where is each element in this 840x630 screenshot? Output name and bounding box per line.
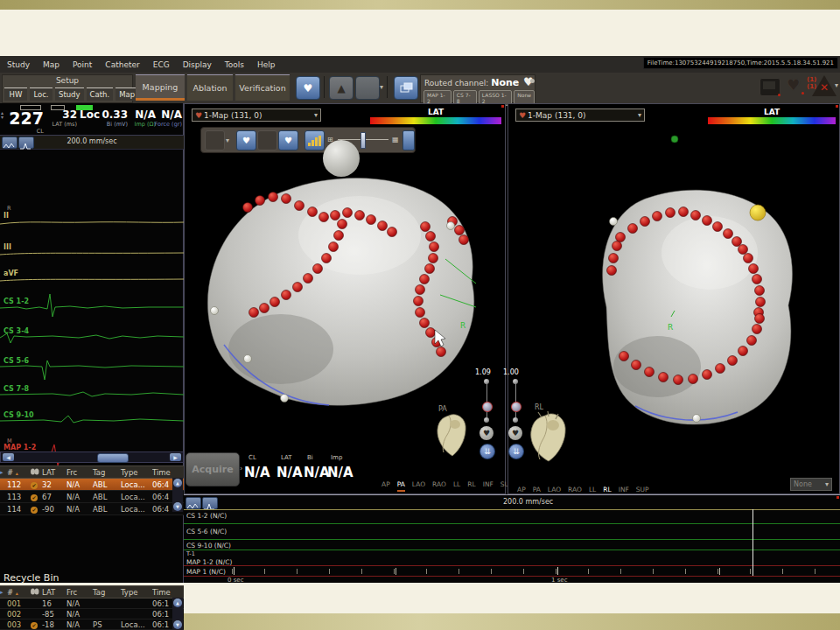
setup-study-button[interactable]: Study [55, 88, 84, 101]
map2-color-scale[interactable]: LAT [708, 108, 836, 124]
heart-status-icon[interactable]: ♥ [787, 76, 800, 94]
recycle-row[interactable]: 003 ✔ -18 N/A PS Loca... 06:1 [0, 620, 184, 630]
scroll-left-icon[interactable]: ◀ [3, 453, 14, 461]
orient-ll[interactable]: LL [453, 480, 460, 492]
menu-study[interactable]: Study [7, 60, 30, 69]
setup-hw-button[interactable]: HW [4, 88, 27, 101]
sweep-cursor-line [752, 509, 753, 576]
acquire-chevron-icon[interactable]: › [240, 465, 242, 472]
map-erase-button[interactable]: ♥ [236, 130, 256, 150]
stat-lat: 32 LAT (ms) [44, 108, 77, 135]
map2-selector-dropdown[interactable]: ♥ 1-Map (131, 0) ▾ [515, 108, 645, 122]
points-table-header[interactable]: ▸ # ▴ LAT Frc Tag Type Time [0, 466, 184, 479]
tab-verification[interactable]: Verification [235, 74, 290, 101]
tab-mapping[interactable]: Mapping [136, 74, 185, 101]
value-spinner[interactable]: ▴▾ [1, 110, 4, 119]
setup-loc-button[interactable]: Loc. [30, 88, 52, 101]
recycle-row[interactable]: 002 -85 N/A 06:1 [0, 609, 184, 620]
tool-chevron-icon[interactable]: ▾ [380, 83, 383, 91]
slider-handle[interactable] [360, 132, 366, 149]
tool-chevron-icon[interactable]: ▾ [226, 136, 229, 144]
signal-tool-button-1[interactable] [186, 497, 201, 509]
recycle-row[interactable]: 001 16 N/A 06:1 [0, 598, 184, 609]
check-badge-icon: ✔ [31, 622, 38, 629]
undo-button [257, 130, 277, 150]
chevron-down-icon: ▾ [825, 480, 829, 488]
yellow-tag-point[interactable] [750, 205, 766, 220]
orient-rl[interactable]: RL [467, 480, 475, 492]
orientation-heart-thumbnail[interactable] [524, 410, 570, 465]
respiration-icon [30, 467, 39, 475]
slide-top-band [0, 0, 840, 10]
recycle-scrollbar[interactable]: ▲ ▼ [172, 598, 183, 630]
reset-view-button[interactable]: ⇊ [480, 444, 495, 459]
menu-catheter[interactable]: Catheter [105, 60, 139, 69]
toolbar-separator [324, 76, 325, 98]
orient-lao[interactable]: LAO [412, 480, 425, 492]
reset-view-button[interactable]: ⇊ [508, 444, 524, 459]
scroll-down-icon[interactable]: ▼ [173, 620, 182, 629]
select-tool-button[interactable] [205, 130, 225, 150]
routed-display-button[interactable] [394, 76, 418, 100]
orient-ap[interactable]: AP [382, 480, 390, 492]
meas-label-imp: Imp [331, 454, 342, 461]
lat-gradient-bar[interactable] [708, 117, 836, 124]
connection-error-icon: ✕ [820, 81, 829, 94]
map1-color-scale[interactable]: LAT [370, 108, 501, 124]
signal-tool-button-2[interactable] [202, 497, 218, 509]
orient-pa[interactable]: PA [397, 480, 405, 492]
zoom-slider-top-dot [484, 379, 489, 384]
table-row[interactable]: 114 ✔ -90 N/A ABL Loca... 06:4 [0, 503, 184, 515]
scroll-right-icon[interactable]: ▶ [170, 453, 181, 461]
recycle-bin-title: Recycle Bin [4, 572, 59, 584]
table-row[interactable]: 112 ✔ 32 N/A ABL Loca... 06:4 [0, 479, 184, 491]
table-row[interactable]: 113 ✔ 67 N/A ABL Loca... 06:4 [0, 491, 184, 503]
ruler-major-tick-1 [557, 567, 558, 575]
orientation-heart-thumbnail[interactable] [431, 412, 472, 459]
scroll-up-icon[interactable]: ▲ [173, 598, 182, 607]
points-table-scrollbar[interactable]: ▲ ▼ [172, 478, 183, 512]
orient-inf[interactable]: INF [483, 480, 494, 492]
time-label-0: 0 sec [228, 577, 243, 584]
lat-gradient-bar[interactable] [370, 117, 501, 124]
map-viewport-1[interactable]: R ♥ 1-Map (131, 0) ▾ LAT ▾ ♥ ♥ [184, 103, 506, 494]
channel-line-map1 [184, 576, 840, 577]
map-viewport-2[interactable]: R ♥ 1-Map (131, 0) ▾ LAT 1.00 ♥ ⇊ RL [508, 103, 840, 494]
scroll-up-icon[interactable]: ▲ [173, 479, 182, 487]
scrollbar-thumb[interactable] [97, 453, 129, 463]
status-chevron-icon[interactable]: ▾ [835, 81, 838, 89]
center-heart-button[interactable]: ♥ [480, 426, 494, 440]
patient-monitor-icon[interactable] [760, 78, 780, 96]
setup-group: Setup HW Loc. Study Cath. Map [2, 74, 133, 103]
ecg-label-ii: II [4, 212, 9, 220]
file-time-status: FileTime:130753244919218750,Time:2015.5.… [643, 57, 838, 69]
map-draw-button[interactable]: ♥ [278, 130, 298, 150]
recycle-bin-header[interactable]: ▸ # ▴ LAT Frc Tag Type Time [0, 585, 184, 598]
ecg-horizontal-scrollbar[interactable]: ◀ ▶ [0, 452, 184, 463]
map1-annotation: R [460, 321, 466, 330]
menu-point[interactable]: Point [73, 60, 92, 69]
menu-ecg[interactable]: ECG [153, 60, 170, 69]
menu-map[interactable]: Map [43, 60, 60, 69]
scroll-down-icon[interactable]: ▼ [173, 502, 182, 511]
zoom-slider-bottom-dot [484, 417, 489, 423]
carto-setup-button[interactable]: ▲ [329, 76, 354, 100]
catheter-tip-marker [323, 140, 360, 177]
orient-rao[interactable]: RAO [432, 480, 446, 492]
zoom-slider-bottom-dot [513, 417, 518, 423]
acquire-point-button[interactable]: ♥ [296, 76, 320, 100]
ruler-mid-tick-2 [719, 568, 720, 575]
map1-selector-dropdown[interactable]: ♥ 1-Map (131, 0) ▾ [192, 108, 321, 122]
zoom-slider-handle[interactable] [511, 402, 522, 412]
menu-display[interactable]: Display [183, 60, 212, 69]
tab-ablation[interactable]: Ablation [187, 74, 233, 101]
map2-extra-dropdown[interactable]: None ▾ [790, 478, 832, 491]
zoom-slider-handle[interactable] [482, 402, 493, 412]
menu-tools[interactable]: Tools [225, 60, 244, 69]
setup-cath-button[interactable]: Cath. [87, 88, 114, 101]
acquire-button[interactable]: Acquire [186, 452, 240, 486]
histogram-button[interactable] [304, 130, 325, 150]
panel-toggle-button[interactable] [402, 130, 415, 150]
center-heart-button[interactable]: ♥ [508, 426, 522, 440]
menu-help[interactable]: Help [257, 60, 276, 69]
